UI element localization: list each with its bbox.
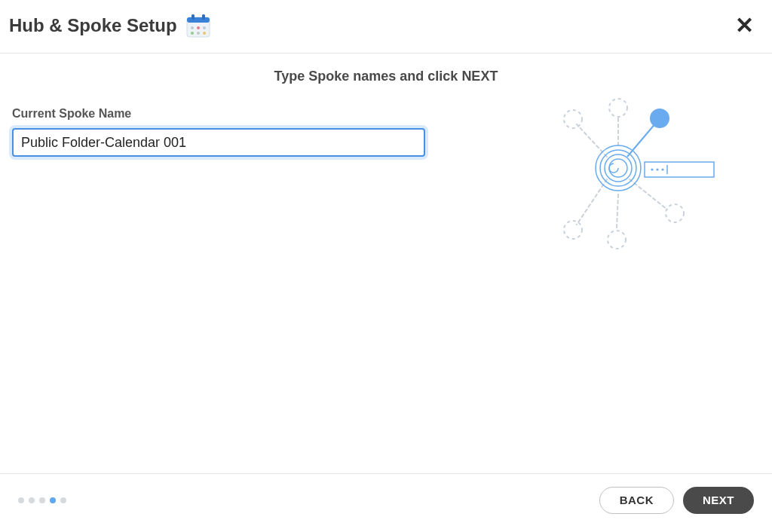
hub-spoke-illustration — [543, 93, 724, 258]
progress-dots — [18, 497, 66, 503]
svg-point-16 — [650, 109, 669, 128]
svg-rect-2 — [191, 14, 195, 20]
svg-point-8 — [197, 32, 200, 35]
svg-point-5 — [197, 26, 200, 29]
svg-point-9 — [203, 32, 206, 35]
svg-rect-21 — [645, 162, 714, 177]
svg-point-13 — [608, 231, 626, 249]
dialog-footer: BACK NEXT — [0, 473, 772, 526]
calendar-icon — [185, 12, 212, 39]
svg-point-10 — [564, 110, 582, 128]
svg-point-22 — [651, 168, 653, 170]
progress-dot — [18, 497, 24, 503]
svg-point-12 — [564, 221, 582, 239]
svg-rect-1 — [187, 17, 210, 23]
page-title: Hub & Spoke Setup — [9, 15, 177, 36]
footer-buttons: BACK NEXT — [599, 487, 754, 514]
svg-point-11 — [609, 99, 627, 117]
svg-point-14 — [666, 204, 684, 222]
svg-line-15 — [627, 123, 656, 157]
svg-point-23 — [656, 168, 658, 170]
spoke-name-label: Current Spoke Name — [12, 107, 434, 121]
progress-dot — [39, 497, 45, 503]
main-content: Type Spoke names and click NEXT Current … — [0, 54, 772, 474]
progress-dot-active — [50, 497, 56, 503]
svg-point-7 — [191, 32, 194, 35]
close-icon[interactable]: ✕ — [731, 13, 758, 38]
dialog-header: Hub & Spoke Setup ✕ — [0, 0, 772, 54]
header-left: Hub & Spoke Setup — [9, 12, 212, 39]
svg-point-6 — [203, 26, 206, 29]
progress-dot — [29, 497, 35, 503]
svg-rect-3 — [202, 14, 205, 20]
spoke-name-field-group: Current Spoke Name — [12, 107, 434, 157]
svg-point-4 — [191, 26, 194, 29]
next-button[interactable]: NEXT — [683, 487, 754, 514]
spoke-name-input[interactable] — [12, 128, 425, 157]
back-button[interactable]: BACK — [599, 487, 674, 514]
progress-dot — [60, 497, 66, 503]
svg-point-24 — [661, 168, 663, 170]
